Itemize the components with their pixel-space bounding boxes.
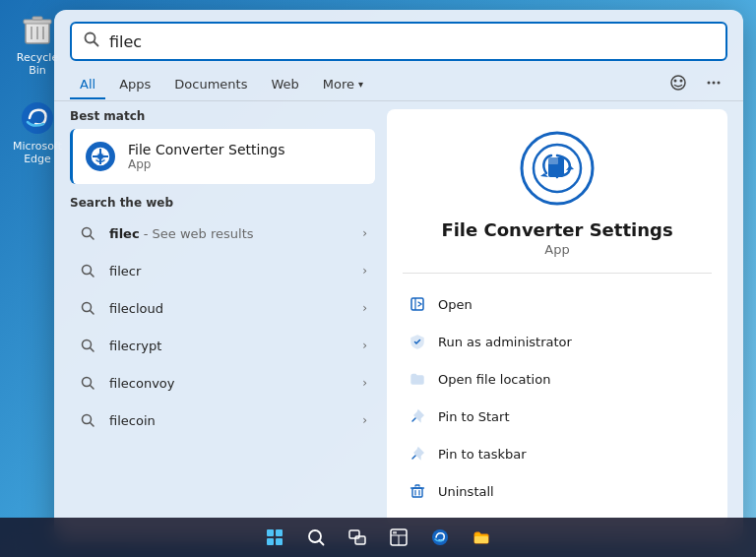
svg-rect-39: [412, 488, 422, 497]
action-run-admin[interactable]: Run as administrator: [403, 323, 712, 360]
search-input[interactable]: filec: [109, 32, 714, 51]
svg-line-37: [412, 418, 415, 421]
pin-taskbar-icon: [407, 443, 428, 464]
arrow-icon-5: ›: [362, 413, 367, 427]
svg-line-21: [91, 274, 94, 278]
svg-line-25: [91, 348, 94, 352]
svg-point-17: [97, 154, 103, 159]
arrow-icon-0: ›: [362, 226, 367, 240]
web-result-text-2: filecloud: [109, 301, 362, 316]
divider: [403, 273, 712, 274]
tab-more[interactable]: More ▾: [313, 71, 373, 99]
task-view-button[interactable]: [340, 520, 375, 555]
tab-apps[interactable]: Apps: [109, 71, 160, 99]
search-icon-3: [78, 336, 97, 355]
svg-point-55: [432, 529, 448, 545]
svg-point-12: [708, 82, 711, 85]
web-result-text-1: filecr: [109, 264, 362, 278]
tabs-bar: All Apps Documents Web More ▾: [54, 61, 743, 101]
file-explorer-taskbar-button[interactable]: [464, 520, 499, 555]
web-result-2[interactable]: filecloud ›: [70, 290, 375, 326]
action-open-location[interactable]: Open file location: [403, 360, 712, 398]
web-result-text-0: filec - See web results: [109, 226, 362, 241]
tab-web[interactable]: Web: [261, 71, 308, 99]
svg-line-29: [91, 423, 94, 427]
svg-point-11: [680, 80, 683, 83]
tab-documents[interactable]: Documents: [164, 71, 257, 99]
app-icon-large: [518, 129, 597, 208]
svg-point-9: [671, 76, 685, 90]
search-icon-0: [78, 223, 97, 243]
action-run-admin-label: Run as administrator: [438, 335, 572, 349]
svg-rect-2: [32, 17, 42, 20]
search-window: filec All Apps Documents Web More ▾: [54, 10, 743, 541]
search-magnifier-icon: [84, 31, 99, 51]
edge-taskbar-button[interactable]: [422, 520, 458, 555]
best-match-label: Best match: [70, 109, 375, 123]
web-result-text-4: fileconvoy: [109, 376, 362, 391]
chevron-down-icon: ▾: [358, 79, 363, 90]
arrow-icon-1: ›: [362, 264, 367, 278]
app-detail-panel: File Converter Settings App Open: [387, 109, 727, 526]
web-result-1[interactable]: filecr ›: [70, 253, 375, 288]
app-detail-name: File Converter Settings: [441, 219, 672, 240]
svg-rect-43: [267, 529, 274, 536]
web-results-label: Search the web: [70, 196, 375, 210]
web-result-text-5: filecoin: [109, 413, 362, 428]
app-detail-type: App: [544, 242, 569, 257]
search-icon-2: [78, 298, 97, 318]
pin-start-icon: [407, 405, 428, 427]
arrow-icon-2: ›: [362, 301, 367, 315]
arrow-icon-3: ›: [362, 339, 367, 352]
action-uninstall[interactable]: Uninstall: [403, 472, 712, 510]
taskbar: [0, 518, 756, 557]
svg-line-8: [94, 42, 98, 46]
shield-icon: [407, 331, 428, 352]
more-options-button[interactable]: [700, 69, 727, 96]
action-pin-start[interactable]: Pin to Start: [403, 398, 712, 435]
search-icon-1: [78, 261, 97, 280]
start-button[interactable]: [257, 520, 292, 555]
web-result-5[interactable]: filecoin ›: [70, 402, 375, 438]
svg-line-23: [91, 311, 94, 315]
search-icon-5: [78, 410, 97, 430]
svg-point-13: [713, 82, 716, 85]
action-open-location-label: Open file location: [438, 372, 550, 387]
action-list: Open Run as administrator: [403, 285, 712, 510]
trash-icon: [407, 480, 428, 502]
svg-rect-33: [548, 157, 558, 164]
action-uninstall-label: Uninstall: [438, 484, 494, 499]
action-open-label: Open: [438, 297, 472, 312]
tabs-actions: [664, 69, 727, 100]
svg-rect-45: [267, 538, 274, 545]
web-result-0[interactable]: filec - See web results ›: [70, 216, 375, 251]
svg-point-10: [674, 80, 677, 83]
best-match-text: File Converter Settings App: [128, 142, 284, 171]
tab-all[interactable]: All: [70, 71, 105, 99]
widgets-button[interactable]: [381, 520, 416, 555]
svg-line-38: [412, 456, 415, 459]
best-match-app-icon: [83, 139, 118, 174]
best-match-item[interactable]: File Converter Settings App: [70, 129, 375, 184]
arrow-icon-4: ›: [362, 376, 367, 390]
svg-rect-44: [276, 529, 283, 536]
svg-line-19: [91, 236, 94, 240]
svg-rect-46: [276, 538, 283, 545]
svg-line-27: [91, 386, 94, 390]
main-content: Best match File Converter Settings: [54, 109, 743, 526]
svg-point-14: [718, 82, 721, 85]
action-pin-taskbar[interactable]: Pin to taskbar: [403, 435, 712, 472]
svg-rect-50: [355, 536, 365, 544]
left-panel: Best match File Converter Settings: [70, 109, 375, 526]
copilot-button[interactable]: [664, 69, 692, 96]
web-result-3[interactable]: filecrypt ›: [70, 328, 375, 363]
action-open[interactable]: Open: [403, 285, 712, 323]
action-pin-taskbar-label: Pin to taskbar: [438, 447, 527, 462]
web-result-4[interactable]: fileconvoy ›: [70, 365, 375, 401]
best-match-title: File Converter Settings: [128, 142, 284, 157]
search-bar-container: filec: [70, 22, 727, 61]
svg-point-6: [22, 102, 53, 134]
taskbar-search-button[interactable]: [298, 520, 334, 555]
svg-rect-1: [24, 20, 51, 24]
svg-line-48: [320, 541, 324, 545]
